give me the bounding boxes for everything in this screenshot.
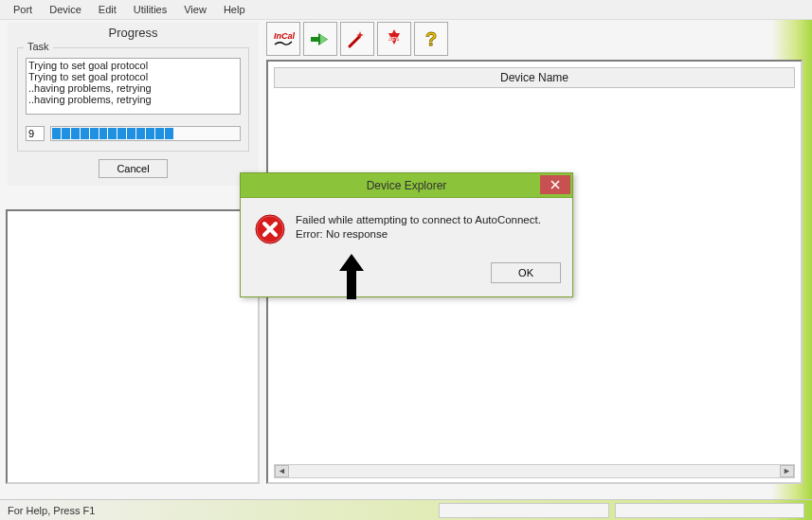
dialog-msg-line2: Error: No response [296,227,541,242]
progress-segment [108,128,117,139]
menu-help[interactable]: Help [216,2,253,17]
progress-segment [117,128,126,139]
svg-text:NEW: NEW [388,36,401,42]
new-icon: NEW [383,27,406,50]
arrow-button[interactable] [303,22,337,56]
toolbar: InCal NEW ? [266,22,448,56]
progress-segment [211,128,220,139]
menu-port[interactable]: Port [6,2,40,17]
progress-segment [193,128,202,139]
task-line: Trying to set goal protocol [28,60,238,71]
progress-segment [155,128,164,139]
left-empty-panel [6,209,260,484]
dialog-msg-line1: Failed while attempting to connect to Au… [296,213,541,227]
menu-utilities[interactable]: Utilities [126,2,174,17]
progress-segment [230,128,239,139]
svg-text:InCal: InCal [274,31,295,41]
progress-segment [221,128,229,139]
progress-segment [90,128,99,139]
progress-segment [203,128,211,139]
new-button[interactable]: NEW [377,22,411,56]
error-dialog: Device Explorer Failed while attempting … [240,172,573,297]
horizontal-scrollbar[interactable]: ◄ ► [274,464,795,478]
progress-segment [71,128,80,139]
progress-panel: Progress Task Trying to set goal protoco… [8,22,259,186]
task-log[interactable]: Trying to set goal protocol Trying to se… [26,58,241,115]
task-fieldset: Task Trying to set goal protocol Trying … [17,47,249,152]
progress-segment [127,128,135,139]
svg-marker-3 [320,34,327,45]
progress-segment [184,128,192,139]
statusbar-well-1 [439,503,609,518]
device-name-header[interactable]: Device Name [274,67,795,88]
incal-button[interactable]: InCal [266,22,300,56]
scroll-left-arrow[interactable]: ◄ [275,465,289,477]
dialog-title-text: Device Explorer [367,179,447,192]
progress-segment [146,128,154,139]
svg-text:?: ? [425,28,437,49]
task-line: Trying to set goal protocol [28,71,238,82]
menubar: Port Device Edit Utilities View Help [0,0,812,20]
scroll-right-arrow[interactable]: ► [780,465,794,477]
close-icon [550,180,560,189]
progress-segment [165,128,173,139]
arrow-icon [309,27,332,50]
progress-segment [81,128,89,139]
dialog-titlebar[interactable]: Device Explorer [241,173,572,198]
task-legend: Task [24,41,53,52]
menu-edit[interactable]: Edit [91,2,124,17]
progress-segment [136,128,145,139]
progress-segment [174,128,183,139]
task-line: ..having problems, retrying [28,82,238,94]
wand-icon [346,27,369,50]
dialog-close-button[interactable] [540,175,570,194]
cancel-button[interactable]: Cancel [99,159,167,178]
progress-count: 9 [26,126,45,141]
help-icon: ? [420,27,442,50]
progress-bar [50,126,241,141]
progress-segment [62,128,70,139]
menu-view[interactable]: View [176,2,214,17]
menu-device[interactable]: Device [42,2,89,17]
statusbar-well-2 [615,503,804,518]
incal-icon: InCal [272,27,295,50]
svg-rect-1 [311,37,318,42]
task-line: ..having problems, retrying [28,94,238,105]
help-button[interactable]: ? [414,22,448,56]
wand-button[interactable] [340,22,374,56]
progress-segment [99,128,108,139]
ok-button[interactable]: OK [491,262,561,283]
progress-segment [52,128,61,139]
statusbar: For Help, Press F1 [0,499,812,520]
dialog-message: Failed while attempting to connect to Au… [296,213,541,245]
error-icon [254,213,286,245]
statusbar-text: For Help, Press F1 [8,505,95,516]
